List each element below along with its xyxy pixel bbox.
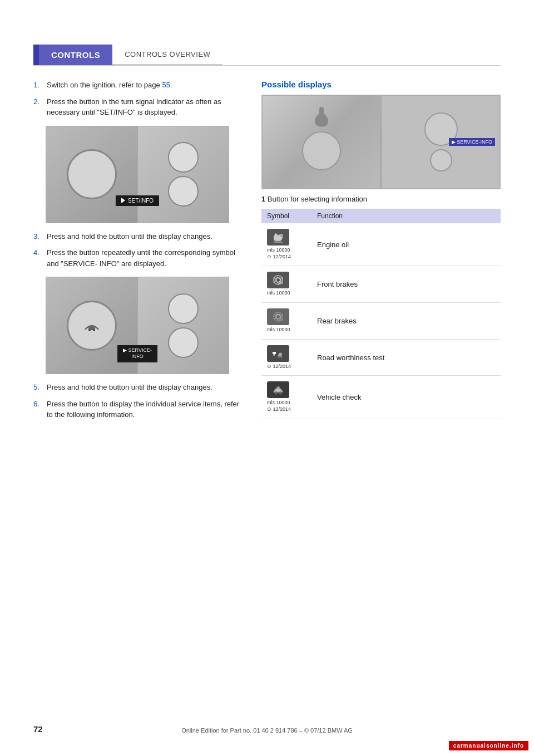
roadworthy-symbol-box: § ⊙ 12/2014 (267, 345, 306, 370)
roadworthy-icon: § (267, 345, 289, 362)
table-row: mls 10000 Rear brakes (261, 303, 501, 340)
small-gauge-1 (168, 142, 199, 173)
step-text-5: Press and hold the button until the disp… (47, 382, 212, 393)
svg-point-13 (279, 392, 282, 395)
small-gauge-4 (168, 327, 199, 358)
symbol-cell-vehicle-check: mls 10000 ⊙ 12/2014 (261, 376, 312, 419)
svg-point-2 (93, 329, 95, 331)
step-num-4: 4. (33, 247, 43, 269)
step-num-1: 1. (33, 80, 43, 91)
service-info-badge: ▶ SERVICE- INFO (117, 345, 157, 362)
cluster-left-1 (46, 126, 138, 223)
table-header-row: Symbol Function (261, 209, 501, 223)
oil-icon (267, 229, 289, 246)
step-num-3: 3. (33, 231, 43, 242)
dash-left-half (262, 95, 380, 189)
step-num-5: 5. (33, 382, 43, 393)
svg-point-12 (275, 392, 278, 395)
set-info-badge: SET/INFO (116, 195, 159, 206)
service-badge-overlay: ▶ SERVICE-INFO (449, 138, 495, 146)
left-column: 1. Switch on the ignition, refer to page… (33, 80, 245, 426)
oil-reading: mls 10000 ⊙ 12/2014 (267, 247, 306, 260)
step-3: 3. Press and hold the button until the d… (33, 231, 245, 242)
set-info-label: SET/INFO (128, 198, 154, 204)
col-symbol: Symbol (261, 209, 312, 223)
front-brakes-icon (267, 272, 289, 288)
footer-text: Online Edition for Part no. 01 40 2 914 … (0, 727, 534, 734)
possible-displays-heading: Possible displays (261, 80, 501, 89)
page-container: CONTROLS CONTROLS OVERVIEW 1. Switch on … (0, 0, 534, 756)
step-5: 5. Press and hold the button until the d… (33, 382, 245, 393)
table-row: mls 10000 Front brakes (261, 266, 501, 303)
symbol-cell-rear-brakes: mls 10000 (261, 303, 312, 340)
step-text-3: Press and hold the button until the disp… (47, 231, 212, 242)
table-row: mls 10000 ⊙ 12/2014 Engine oil (261, 223, 501, 266)
rear-brakes-svg (270, 311, 286, 323)
rear-brakes-mls: mls 10000 (267, 327, 306, 333)
service-icon (82, 317, 102, 334)
watermark: carmanualsonline.info (449, 741, 528, 750)
caption-number: 1 (261, 195, 265, 203)
svg-point-10 (278, 356, 280, 358)
oil-symbol-box: mls 10000 ⊙ 12/2014 (267, 229, 306, 260)
table-row: § ⊙ 12/2014 (261, 339, 501, 376)
table-row: mls 10000 ⊙ 12/2014 Vehicle check (261, 376, 501, 419)
dash-big-circle (302, 131, 341, 170)
small-gauge-2 (168, 176, 199, 207)
dashboard-image-2: ▶ SERVICE- INFO (46, 277, 229, 374)
dashboard-image-1: SET/INFO (46, 126, 229, 223)
step-num-6: 6. (33, 399, 43, 420)
service-badge-line2: INFO (131, 354, 144, 359)
symbol-cell-oil: mls 10000 ⊙ 12/2014 (261, 223, 312, 266)
step-text-1: Switch on the ignition, refer to page 55… (47, 80, 172, 91)
oil-date: ⊙ 12/2014 (267, 254, 306, 261)
dash-right-half: ▶ SERVICE-INFO (382, 95, 500, 189)
rear-brakes-symbol-box: mls 10000 (267, 308, 306, 333)
roadworthy-svg: § (270, 347, 286, 360)
image-caption: 1 Button for selecting information (261, 195, 501, 203)
function-cell-vehicle-check: Vehicle check (312, 376, 501, 419)
service-badge-line1: ▶ SERVICE- (123, 347, 152, 353)
right-gauge-2 (430, 149, 452, 171)
front-brakes-symbol-box: mls 10000 (267, 272, 306, 297)
content-area: 1. Switch on the ignition, refer to page… (33, 80, 501, 426)
front-brakes-reading: mls 10000 (267, 290, 306, 297)
header-tabs: CONTROLS CONTROLS OVERVIEW (33, 45, 501, 66)
step-text-2: Press the button in the turn signal indi… (47, 96, 245, 118)
tab-controls-overview[interactable]: CONTROLS OVERVIEW (112, 45, 222, 65)
svg-point-11 (280, 356, 283, 358)
vehicle-check-svg (270, 384, 286, 396)
svg-point-1 (88, 329, 91, 331)
tab-controls[interactable]: CONTROLS (36, 45, 112, 65)
front-brakes-mls: mls 10000 (267, 290, 306, 297)
step-num-2: 2. (33, 96, 43, 118)
arrow-icon (121, 198, 125, 203)
vehicle-check-reading: mls 10000 ⊙ 12/2014 (267, 400, 306, 413)
hand-indicator (315, 114, 328, 127)
displays-table: Symbol Function (261, 209, 501, 419)
rear-brakes-reading: mls 10000 (267, 327, 306, 333)
dashboard-photo: ▶ SERVICE-INFO (261, 95, 501, 189)
vehicle-check-date: ⊙ 12/2014 (267, 406, 306, 413)
function-cell-rear-brakes: Rear brakes (312, 303, 501, 340)
symbol-cell-front-brakes: mls 10000 (261, 266, 312, 303)
vehicle-check-symbol-box: mls 10000 ⊙ 12/2014 (267, 381, 306, 413)
main-gauge-1 (67, 149, 117, 199)
function-cell-front-brakes: Front brakes (312, 266, 501, 303)
vehicle-check-icon (267, 381, 289, 398)
image-set-info: SET/INFO (46, 126, 245, 223)
symbol-cell-roadworthy: § ⊙ 12/2014 (261, 339, 312, 376)
step-2: 2. Press the button in the turn signal i… (33, 96, 245, 118)
col-function: Function (312, 209, 501, 223)
oil-svg (270, 231, 286, 243)
small-gauge-3 (168, 293, 199, 324)
roadworthy-reading: ⊙ 12/2014 (267, 364, 306, 370)
front-brakes-svg (270, 274, 286, 286)
main-gauge-2 (67, 301, 117, 351)
roadworthy-date: ⊙ 12/2014 (267, 364, 306, 370)
svg-rect-14 (276, 389, 280, 391)
page-link-55[interactable]: 55 (162, 81, 170, 89)
cluster-right-1 (138, 126, 229, 223)
oil-mls: mls 10000 (267, 247, 306, 254)
svg-point-3 (280, 234, 283, 237)
